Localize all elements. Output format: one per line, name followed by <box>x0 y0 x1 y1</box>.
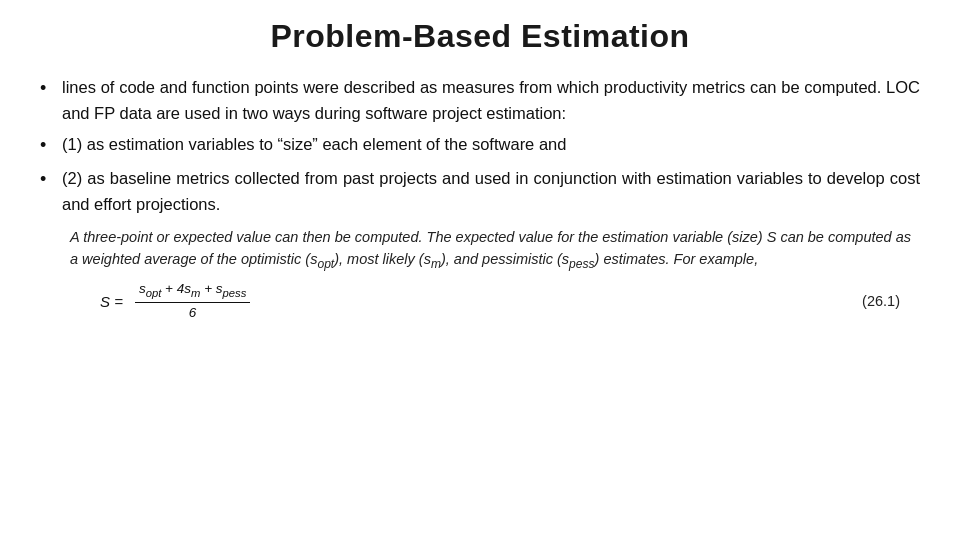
formula-denominator: 6 <box>185 303 201 324</box>
bullet-text-3: (2) as baseline metrics collected from p… <box>62 166 920 217</box>
bullet-item-3: • (2) as baseline metrics collected from… <box>40 166 920 217</box>
bullet-item-1: • lines of code and function points were… <box>40 75 920 126</box>
formula-fraction: sopt + 4sm + spess 6 <box>135 279 250 324</box>
italic-paragraph: A three-point or expected value can then… <box>40 227 920 273</box>
bullet-text-1: lines of code and function points were d… <box>62 75 920 126</box>
bullet-symbol-2: • <box>40 132 58 160</box>
page-title: Problem-Based Estimation <box>270 18 689 55</box>
formula-section: S = sopt + 4sm + spess 6 (26.1) <box>40 279 920 324</box>
italic-text: A three-point or expected value can then… <box>70 229 911 267</box>
bullet-item-2: • (1) as estimation variables to “size” … <box>40 132 920 160</box>
formula-lhs: S = <box>100 290 123 313</box>
formula: S = sopt + 4sm + spess 6 <box>100 279 250 324</box>
bullet-symbol-1: • <box>40 75 58 103</box>
main-content: • lines of code and function points were… <box>40 75 920 324</box>
bullet-symbol-3: • <box>40 166 58 194</box>
formula-number: (26.1) <box>862 290 900 312</box>
bullet-text-2: (1) as estimation variables to “size” ea… <box>62 132 920 158</box>
formula-numerator: sopt + 4sm + spess <box>135 279 250 303</box>
expected-value-italic: expected value <box>456 229 554 245</box>
